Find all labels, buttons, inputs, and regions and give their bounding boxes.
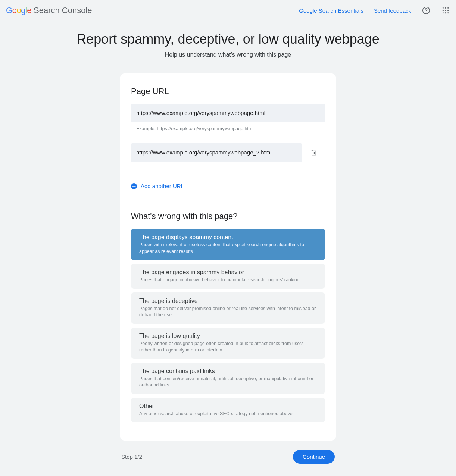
reason-option-desc: Pages that do not deliver promised onlin… bbox=[139, 306, 317, 319]
svg-point-8 bbox=[443, 12, 444, 13]
svg-point-2 bbox=[443, 7, 444, 9]
url-row-2 bbox=[131, 143, 325, 162]
url-input-1[interactable] bbox=[131, 104, 325, 122]
delete-url-button[interactable] bbox=[307, 146, 321, 159]
app-header: Google Search Console Google Search Esse… bbox=[0, 0, 456, 21]
reason-option-title: Other bbox=[139, 403, 317, 410]
link-search-essentials[interactable]: Google Search Essentials bbox=[299, 7, 363, 14]
help-icon[interactable] bbox=[422, 6, 431, 15]
reason-option-4[interactable]: The page contains paid linksPages that c… bbox=[131, 363, 325, 394]
reason-option-1[interactable]: The page engages in spammy behaviorPages… bbox=[131, 264, 325, 289]
reason-option-desc: Poorly written or designed page often cr… bbox=[139, 341, 317, 354]
google-logo: Google bbox=[6, 6, 31, 15]
page-subtitle: Help us understand what's wrong with thi… bbox=[70, 51, 386, 58]
svg-point-1 bbox=[426, 12, 426, 12]
reason-section: What's wrong with this page? The page di… bbox=[131, 212, 325, 422]
reason-option-5[interactable]: OtherAny other search abuse or exploitat… bbox=[131, 398, 325, 423]
reason-option-title: The page is low quality bbox=[139, 333, 317, 339]
reason-section-title: What's wrong with this page? bbox=[131, 212, 325, 221]
reason-option-title: The page engages in spammy behavior bbox=[139, 269, 317, 276]
step-indicator: Step 1/2 bbox=[121, 454, 142, 460]
svg-point-6 bbox=[445, 10, 446, 11]
reason-option-title: The page contains paid links bbox=[139, 368, 317, 375]
continue-button[interactable]: Continue bbox=[293, 450, 335, 464]
reason-option-0[interactable]: The page displays spammy contentPages wi… bbox=[131, 229, 325, 260]
form-footer: Step 1/2 Continue bbox=[120, 450, 336, 464]
url-helper-text: Example: https://example.org/veryspammyw… bbox=[131, 124, 325, 131]
reason-option-title: The page displays spammy content bbox=[139, 234, 317, 241]
form-card: Page URL Example: https://example.org/ve… bbox=[120, 73, 336, 441]
reason-option-desc: Any other search abuse or exploitative S… bbox=[139, 411, 317, 417]
svg-point-4 bbox=[447, 7, 449, 9]
url-input-2[interactable] bbox=[131, 143, 302, 162]
svg-point-9 bbox=[445, 12, 446, 13]
svg-rect-11 bbox=[312, 151, 316, 155]
logo-area: Google Search Console bbox=[6, 6, 92, 15]
reason-option-title: The page is deceptive bbox=[139, 298, 317, 304]
add-url-label: Add another URL bbox=[141, 183, 184, 189]
reason-option-desc: Pages that contain/receive unnatural, ar… bbox=[139, 376, 317, 389]
header-actions: Google Search Essentials Send feedback bbox=[299, 6, 450, 15]
url-section-title: Page URL bbox=[131, 87, 325, 96]
svg-point-3 bbox=[445, 7, 446, 9]
svg-point-5 bbox=[443, 10, 444, 11]
url-input-1-wrap bbox=[131, 104, 325, 122]
link-send-feedback[interactable]: Send feedback bbox=[374, 7, 411, 14]
reason-option-2[interactable]: The page is deceptivePages that do not d… bbox=[131, 292, 325, 324]
add-url-button[interactable]: Add another URL bbox=[131, 183, 325, 189]
url-input-2-wrap bbox=[131, 143, 302, 162]
reason-option-3[interactable]: The page is low qualityPoorly written or… bbox=[131, 328, 325, 359]
reason-option-desc: Pages with irrelevant or useless content… bbox=[139, 242, 317, 255]
svg-point-7 bbox=[447, 10, 449, 11]
product-name: Search Console bbox=[34, 6, 92, 15]
main-content: Report spammy, deceptive, or low quality… bbox=[64, 21, 392, 476]
reason-option-desc: Pages that engage in abusive behavior to… bbox=[139, 277, 317, 284]
page-title: Report spammy, deceptive, or low quality… bbox=[70, 31, 386, 47]
apps-grid-icon[interactable] bbox=[441, 6, 450, 15]
plus-circle-icon bbox=[131, 183, 137, 189]
trash-icon bbox=[310, 149, 317, 156]
svg-point-10 bbox=[447, 12, 449, 13]
